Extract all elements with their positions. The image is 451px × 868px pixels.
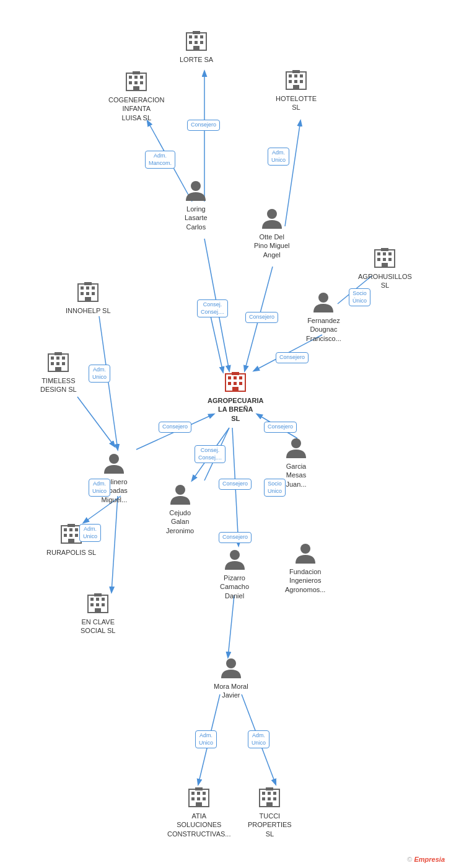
svg-rect-127: [266, 787, 273, 790]
svg-rect-28: [193, 31, 200, 34]
svg-rect-122: [273, 792, 276, 795]
badge-adm-unico-3[interactable]: Adm.Unico: [89, 479, 110, 497]
svg-rect-53: [81, 292, 84, 295]
svg-rect-116: [203, 797, 206, 800]
badge-consejero-1[interactable]: Consejero: [187, 120, 220, 131]
svg-rect-76: [55, 352, 62, 355]
badge-consej-1[interactable]: Consej.Consej....: [197, 299, 228, 317]
node-central[interactable]: AGROPECUARIALA BREÑASL: [208, 369, 263, 423]
svg-rect-57: [84, 282, 92, 285]
svg-rect-39: [289, 74, 292, 78]
svg-rect-85: [232, 372, 239, 375]
rurapolis-label: RURAPOLIS SL: [46, 548, 96, 557]
node-loring[interactable]: LoringLasarteCarlos: [185, 180, 208, 231]
svg-rect-66: [381, 248, 388, 251]
loring-label: LoringLasarteCarlos: [185, 205, 208, 231]
svg-rect-101: [90, 598, 94, 601]
node-garcia[interactable]: GarciaMesasJuan...: [285, 437, 307, 489]
svg-rect-111: [191, 792, 195, 795]
svg-rect-79: [234, 376, 237, 379]
badge-adm-mancom[interactable]: Adm.Mancom.: [145, 151, 175, 169]
svg-rect-43: [294, 80, 297, 83]
badge-consejero-2[interactable]: Consejero: [245, 312, 278, 323]
node-hotelotte[interactable]: HOTELOTTESL: [276, 67, 317, 112]
cejudo-label: CejudoGalanJeronimo: [166, 508, 194, 535]
svg-line-5: [99, 316, 118, 450]
svg-rect-105: [96, 603, 99, 606]
node-fernandez[interactable]: FernandezDougnacFrancisco...: [306, 291, 341, 343]
person-icon: [224, 549, 246, 571]
node-innohelp[interactable]: INNOHELP SL: [66, 279, 111, 315]
svg-rect-78: [228, 376, 231, 379]
svg-rect-96: [68, 539, 74, 543]
node-cogeneracion[interactable]: COGENERACIONINFANTALUISA SL: [108, 68, 164, 122]
node-atia[interactable]: ATIASOLUCIONESCONSTRUCTIVAS...: [167, 784, 230, 838]
svg-rect-59: [377, 252, 380, 255]
svg-rect-41: [300, 74, 303, 78]
svg-rect-81: [228, 382, 231, 385]
svg-rect-55: [92, 292, 95, 295]
svg-rect-62: [377, 258, 380, 261]
node-mora[interactable]: Mora MoralJavier: [214, 657, 248, 700]
svg-rect-36: [133, 86, 139, 91]
badge-consejero-3[interactable]: Consejero: [276, 352, 309, 363]
badge-consejero-5[interactable]: Consejero: [264, 422, 297, 433]
svg-rect-70: [56, 356, 59, 360]
node-en-clave[interactable]: EN CLAVESOCIAL SL: [81, 590, 115, 636]
node-pizarro[interactable]: PizarroCamachoDaniel: [220, 549, 249, 600]
badge-adm-unico-6[interactable]: Adm.Unico: [248, 730, 269, 748]
badge-consej-2[interactable]: Consej.Consej....: [195, 445, 226, 463]
svg-point-87: [109, 454, 119, 464]
badge-socio-unico-2[interactable]: SocioUnico: [264, 479, 286, 497]
svg-line-8: [77, 397, 115, 446]
svg-rect-23: [200, 35, 203, 38]
svg-rect-94: [69, 534, 72, 537]
building-icon: [186, 784, 211, 809]
node-timeless[interactable]: TIMELESSDESIGN SL: [40, 349, 77, 394]
svg-rect-117: [196, 802, 202, 807]
node-lorte-sa[interactable]: LORTE SA: [180, 28, 213, 64]
central-label: AGROPECUARIALA BREÑASL: [208, 396, 263, 423]
svg-rect-71: [62, 356, 65, 360]
badge-consejero-6[interactable]: Consejero: [219, 479, 252, 490]
svg-line-19: [211, 316, 223, 372]
en-clave-label: EN CLAVESOCIAL SL: [81, 618, 115, 636]
badge-adm-unico-4[interactable]: Adm.Unico: [79, 524, 101, 542]
svg-rect-63: [383, 258, 386, 261]
svg-rect-27: [193, 46, 199, 50]
badge-adm-unico-5[interactable]: Adm.Unico: [195, 730, 217, 748]
node-fundacion[interactable]: FundacionIngenierosAgronomos...: [285, 542, 325, 594]
node-otte[interactable]: Otte DelPino MiguelAngel: [254, 208, 289, 259]
svg-rect-46: [292, 70, 300, 73]
svg-rect-97: [68, 524, 75, 527]
svg-rect-120: [262, 792, 265, 795]
svg-rect-64: [388, 258, 392, 261]
badge-consejero-4[interactable]: Consejero: [159, 422, 191, 433]
svg-rect-45: [293, 85, 299, 89]
badge-socio-unico-1[interactable]: SocioÚnico: [349, 288, 370, 306]
node-cejudo[interactable]: CejudoGalanJeronimo: [166, 484, 194, 535]
badge-consejero-7[interactable]: Consejero: [219, 532, 252, 543]
svg-rect-115: [197, 797, 200, 800]
atia-label: ATIASOLUCIONESCONSTRUCTIVAS...: [167, 812, 230, 838]
node-tucci[interactable]: TUCCIPROPERTIESSL: [248, 784, 292, 838]
svg-rect-37: [133, 71, 140, 74]
building-icon: [372, 245, 397, 270]
svg-rect-30: [129, 76, 132, 79]
building-icon: [284, 67, 309, 92]
node-agrohusillos[interactable]: AGROHUSILLOSSL: [358, 245, 412, 290]
svg-rect-103: [102, 598, 105, 601]
svg-rect-44: [300, 80, 303, 83]
svg-rect-112: [197, 792, 200, 795]
watermark-logo: Empresia: [414, 856, 445, 863]
svg-rect-25: [195, 41, 198, 44]
person-icon: [185, 180, 207, 202]
svg-rect-31: [134, 76, 138, 79]
otte-label: Otte DelPino MiguelAngel: [254, 232, 289, 259]
badge-adm-unico-1[interactable]: Adm.Unico: [268, 148, 289, 166]
badge-adm-unico-2[interactable]: Adm.Unico: [89, 365, 110, 383]
svg-rect-34: [134, 81, 138, 84]
fernandez-label: FernandezDougnacFrancisco...: [306, 316, 341, 343]
svg-rect-33: [129, 81, 132, 84]
person-icon: [285, 437, 307, 459]
